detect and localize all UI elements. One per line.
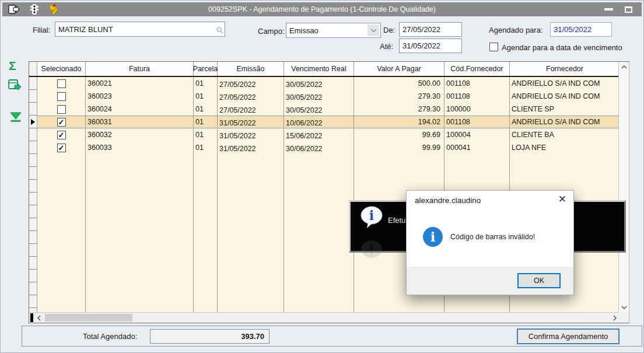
titlebar-toolbar — [2, 4, 61, 15]
funnel-icon[interactable] — [9, 111, 22, 125]
cell-parcela[interactable]: 01 — [194, 77, 218, 90]
column-header[interactable]: Selecionado — [37, 62, 86, 76]
cell-emissao[interactable]: 27/05/2022 — [218, 90, 284, 103]
confirma-agendamento-button[interactable]: Confirma Agendamento — [517, 328, 620, 344]
cell-valor[interactable]: 500.00 — [354, 77, 444, 90]
cell-emissao[interactable]: 31/05/2022 — [218, 141, 284, 154]
cell-parcela[interactable]: 01 — [194, 116, 218, 128]
traffic-light-icon[interactable] — [28, 4, 41, 15]
cell-emissao[interactable]: 31/05/2022 — [218, 116, 284, 128]
vencimento-checkbox[interactable] — [489, 43, 498, 51]
cell-vencimento[interactable]: 30/06/2022 — [284, 141, 354, 154]
cell-fornecedor[interactable]: ANDRIELLO S/A IND COM — [510, 77, 620, 90]
campo-value: Emissao — [289, 26, 318, 35]
cell-fatura[interactable]: 360024 — [86, 103, 194, 116]
cell-cod[interactable]: 001108 — [444, 77, 510, 90]
column-header[interactable]: Valor A Pagar — [354, 62, 444, 76]
cell-emissao[interactable]: 27/05/2022 — [218, 103, 284, 116]
cell-emissao[interactable]: 27/05/2022 — [218, 77, 284, 90]
wrench-icon[interactable] — [48, 4, 61, 15]
vencimento-checkbox-label: Agendar para a data de vencimento — [502, 43, 622, 52]
table-row[interactable]: 3600310131/05/202210/06/2022194.02001108… — [29, 116, 620, 128]
row-selector-cell[interactable] — [29, 116, 37, 128]
cell-vencimento[interactable]: 30/05/2022 — [284, 103, 354, 116]
row-selector-cell[interactable] — [29, 141, 37, 154]
cell-cod[interactable]: 100004 — [444, 128, 510, 141]
column-header[interactable]: Vencimento Real — [284, 62, 354, 76]
cell-vencimento[interactable]: 30/05/2022 — [284, 90, 354, 103]
row-checkbox[interactable] — [57, 105, 66, 114]
cell-parcela[interactable]: 01 — [194, 103, 218, 116]
sum-icon[interactable]: Σ — [9, 59, 16, 73]
cell-selecionado — [37, 90, 86, 103]
table-body: 3600210127/05/202230/05/2022500.00001108… — [29, 77, 620, 154]
window-title: 009252SPK - Agendamento de Pagamento (1-… — [2, 5, 642, 13]
cell-valor[interactable]: 194.02 — [354, 116, 444, 128]
chevron-down-icon[interactable] — [368, 25, 379, 36]
cell-vencimento[interactable]: 15/06/2022 — [284, 128, 354, 141]
campo-select[interactable]: Emissao — [286, 23, 381, 38]
cell-vencimento[interactable]: 30/05/2022 — [284, 77, 354, 90]
table-row[interactable]: 3600320131/05/202215/06/202299.69100004C… — [29, 128, 620, 141]
cell-fornecedor[interactable]: CLIENTE BA — [510, 128, 620, 141]
cell-cod[interactable]: 100000 — [444, 103, 510, 116]
cell-cod[interactable]: 000041 — [444, 141, 510, 154]
row-selector-cell[interactable] — [29, 103, 37, 116]
search-icon[interactable] — [216, 26, 223, 36]
column-header[interactable]: Emissão — [218, 62, 284, 76]
cell-cod[interactable]: 001108 — [444, 116, 510, 128]
agendado-para-input[interactable]: 31/05/2022 — [550, 22, 612, 37]
row-checkbox[interactable] — [57, 79, 66, 88]
row-selector-cell[interactable] — [29, 90, 37, 103]
table-row[interactable]: 3600230127/05/202230/05/2022279.30001108… — [29, 90, 620, 103]
cell-fornecedor[interactable]: ANDRIELLO S/A IND COM — [510, 90, 620, 103]
close-icon[interactable]: ✕ — [558, 194, 566, 204]
table-row[interactable]: 3600240127/05/202230/05/2022279.30100000… — [29, 103, 620, 116]
grid-resize-grip[interactable] — [30, 313, 33, 322]
cell-valor[interactable]: 279.30 — [354, 103, 444, 116]
scroll-up-icon[interactable] — [619, 62, 629, 72]
vertical-scrollbar[interactable] — [618, 62, 629, 312]
scroll-down-icon[interactable] — [619, 302, 629, 312]
maximize-button[interactable] — [625, 6, 632, 13]
column-header[interactable]: Fatura — [86, 62, 194, 76]
cell-valor[interactable]: 99.69 — [354, 128, 444, 141]
export-grid-icon[interactable] — [8, 79, 22, 94]
row-selector-cell[interactable] — [29, 77, 37, 90]
column-header[interactable]: Parcela — [194, 62, 218, 76]
scroll-left-icon[interactable] — [34, 313, 44, 323]
ate-date-input[interactable]: 31/05/2022 — [399, 39, 462, 53]
cell-valor[interactable]: 99.99 — [354, 141, 444, 154]
table-row[interactable]: 3600330131/05/202230/06/202299.99000041L… — [29, 141, 620, 154]
filial-input[interactable]: MATRIZ BLUNT — [55, 22, 225, 37]
cell-emissao[interactable]: 31/05/2022 — [218, 128, 284, 141]
horizontal-scrollbar[interactable] — [29, 312, 620, 323]
row-selector-cell[interactable] — [29, 128, 37, 141]
cell-fornecedor[interactable]: LOJA NFE — [510, 141, 620, 154]
exit-icon[interactable] — [8, 4, 20, 15]
cell-fatura[interactable]: 360032 — [86, 128, 194, 141]
cell-cod[interactable]: 001108 — [444, 90, 510, 103]
cell-parcela[interactable]: 01 — [194, 141, 218, 154]
cell-parcela[interactable]: 01 — [194, 128, 218, 141]
minimize-button[interactable] — [604, 8, 613, 11]
column-header[interactable]: Fornecedor — [510, 62, 620, 76]
column-header[interactable]: Cód.Fornecedor — [444, 62, 510, 76]
cell-fatura[interactable]: 360021 — [86, 77, 194, 90]
cell-fatura[interactable]: 360033 — [86, 141, 194, 154]
cell-valor[interactable]: 279.30 — [354, 90, 444, 103]
de-date-input[interactable]: 27/05/2022 — [399, 22, 462, 37]
cell-fornecedor[interactable]: ANDRIELLO S/A IND COM — [510, 116, 620, 128]
row-checkbox[interactable] — [57, 144, 66, 152]
cell-vencimento[interactable]: 10/06/2022 — [284, 116, 354, 128]
table-row[interactable]: 3600210127/05/202230/05/2022500.00001108… — [29, 77, 620, 90]
cell-fatura[interactable]: 360023 — [86, 90, 194, 103]
row-checkbox[interactable] — [57, 92, 66, 101]
cell-parcela[interactable]: 01 — [194, 90, 218, 103]
ok-button[interactable]: OK — [517, 273, 561, 288]
horizontal-scrollbar-thumb[interactable] — [45, 314, 132, 321]
row-checkbox[interactable] — [57, 131, 66, 139]
cell-fatura[interactable]: 360031 — [86, 116, 194, 128]
row-checkbox[interactable] — [57, 118, 66, 127]
cell-fornecedor[interactable]: CLIENTE SP — [510, 103, 620, 116]
